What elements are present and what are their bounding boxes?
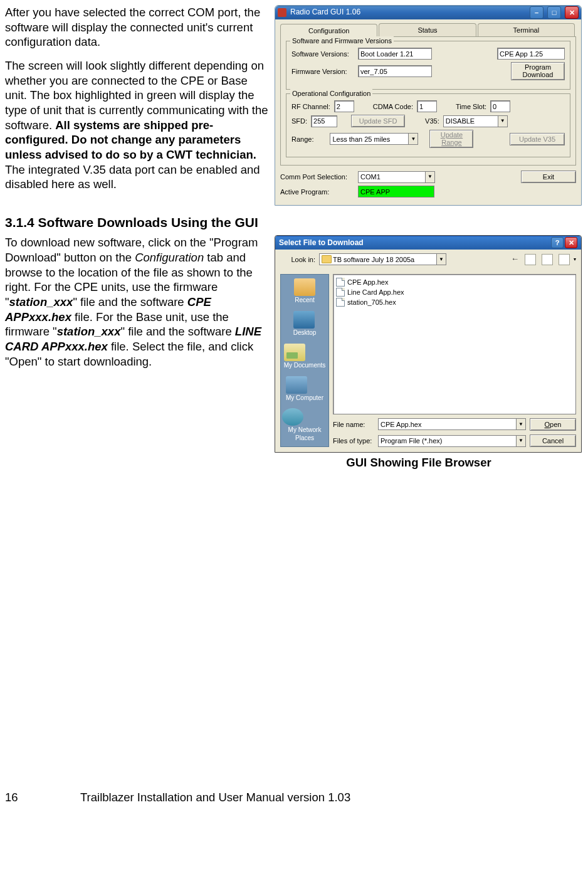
comm-port-select[interactable]: COM1 ▼ — [358, 171, 435, 183]
exit-button[interactable]: Exit — [521, 171, 576, 183]
cancel-button[interactable]: Cancel — [530, 434, 576, 447]
file-item[interactable]: CPE App.hex — [336, 277, 573, 287]
places-bar: Recent Desktop My Documents My Computer … — [280, 274, 329, 447]
versions-legend: Software and Firmware Versions — [290, 36, 394, 45]
app-icon — [278, 8, 286, 17]
update-v35-button[interactable]: Update V35 — [510, 133, 565, 145]
chevron-down-icon: ▼ — [426, 171, 435, 183]
page-footer: 16 Trailblazer Installation and User Man… — [5, 790, 582, 805]
active-program-field: CPE APP — [358, 186, 434, 197]
cpe-app-field: CPE App 1.25 — [497, 48, 565, 60]
views-icon[interactable] — [559, 254, 570, 265]
file-icon — [336, 298, 345, 307]
figure-caption: GUI Showing File Browser — [5, 455, 582, 470]
footer-text: Trailblazer Installation and User Manual… — [80, 790, 350, 805]
files-of-type-select[interactable]: Program File (*.hex)▼ — [378, 435, 526, 447]
file-name-input[interactable]: CPE App.hex▼ — [378, 418, 526, 430]
dialog-title-bar: Select File to Download ? ✕ — [275, 236, 581, 250]
update-range-button[interactable]: UpdateRange — [429, 130, 473, 148]
close-button[interactable]: ✕ — [565, 237, 577, 248]
tab-terminal[interactable]: Terminal — [478, 23, 575, 36]
software-versions-label: Software Versions: — [291, 50, 354, 58]
rf-channel-label: RF Channel: — [291, 102, 330, 111]
v35-select[interactable]: DISABLE ▼ — [443, 115, 508, 127]
sfd-label: SFD: — [291, 117, 307, 125]
help-button[interactable]: ? — [551, 237, 564, 248]
range-select[interactable]: Less than 25 miles ▼ — [330, 133, 418, 145]
v35-label: V35: — [425, 117, 439, 125]
rf-channel-input[interactable]: 2 — [334, 100, 354, 112]
file-icon — [336, 288, 345, 297]
comm-port-label: Comm Port Selection: — [280, 172, 354, 181]
tab-strip: Configuration Status Terminal — [280, 23, 576, 36]
range-label: Range: — [291, 135, 313, 144]
chevron-down-icon: ▼ — [517, 435, 526, 447]
window-title: Radio Card GUI 1.06 — [290, 8, 360, 17]
tab-configuration[interactable]: Configuration — [280, 24, 377, 37]
place-my-computer[interactable]: My Computer — [286, 376, 323, 403]
desktop-icon — [293, 311, 315, 329]
chevron-down-icon: ▼ — [517, 418, 526, 430]
boot-loader-field: Boot Loader 1.21 — [358, 48, 432, 60]
chevron-down-icon: ▼ — [498, 115, 508, 127]
folder-icon — [322, 255, 332, 263]
time-slot-input[interactable]: 0 — [490, 100, 510, 112]
sfd-input[interactable]: 255 — [311, 115, 337, 127]
file-list[interactable]: CPE App.hex Line Card App.hex station_70… — [333, 274, 576, 414]
operational-config-fieldset: Operational Configuration RF Channel: 2 … — [286, 93, 570, 157]
minimize-button[interactable]: – — [530, 6, 543, 19]
close-button[interactable]: ✕ — [565, 6, 579, 19]
open-button[interactable]: Open — [530, 418, 576, 431]
new-folder-icon[interactable] — [542, 254, 553, 265]
dialog-title: Select File to Download — [279, 238, 364, 248]
recent-icon — [294, 278, 315, 296]
active-program-label: Active Program: — [280, 187, 354, 196]
cdma-code-label: CDMA Code: — [373, 102, 413, 111]
file-icon — [336, 278, 345, 287]
up-folder-icon[interactable] — [525, 254, 536, 265]
page-number: 16 — [5, 790, 80, 805]
back-icon[interactable]: ← — [511, 254, 519, 265]
chevron-down-icon: ▼ — [437, 253, 446, 265]
place-desktop[interactable]: Desktop — [293, 311, 317, 337]
cdma-code-input[interactable]: 1 — [417, 100, 437, 112]
files-of-type-label: Files of type: — [333, 436, 374, 445]
firmware-version-field: ver_7.05 — [358, 65, 432, 77]
chevron-down-icon: ▼ — [409, 133, 418, 145]
section-heading: 3.1.4 Software Downloads Using the GUI — [5, 214, 582, 231]
documents-icon — [284, 344, 305, 361]
radio-card-gui-window: Radio Card GUI 1.06 – □ ✕ Configuration … — [275, 5, 582, 206]
place-network[interactable]: My Network Places — [282, 408, 327, 443]
place-recent[interactable]: Recent — [294, 278, 315, 305]
look-in-select[interactable]: TB software July 18 2005a ▼ — [319, 253, 446, 265]
computer-icon — [286, 376, 307, 394]
tab-status[interactable]: Status — [379, 23, 476, 36]
look-in-label: Look in: — [280, 255, 315, 264]
file-item[interactable]: station_705.hex — [336, 297, 573, 307]
network-icon — [282, 408, 303, 426]
firmware-version-label: Firmware Version: — [291, 67, 354, 76]
file-name-label: File name: — [333, 420, 374, 429]
maximize-button[interactable]: □ — [547, 6, 561, 19]
program-download-button[interactable]: ProgramDownload — [511, 62, 565, 80]
update-sfd-button[interactable]: Update SFD — [351, 115, 405, 127]
place-my-documents[interactable]: My Documents — [284, 344, 326, 370]
file-dialog-window: Select File to Download ? ✕ Look in: TB … — [275, 235, 582, 453]
title-bar: Radio Card GUI 1.06 – □ ✕ — [275, 6, 581, 19]
file-item[interactable]: Line Card App.hex — [336, 287, 573, 297]
time-slot-label: Time Slot: — [456, 102, 486, 111]
op-config-legend: Operational Configuration — [290, 89, 372, 98]
versions-fieldset: Software and Firmware Versions Software … — [286, 41, 570, 90]
